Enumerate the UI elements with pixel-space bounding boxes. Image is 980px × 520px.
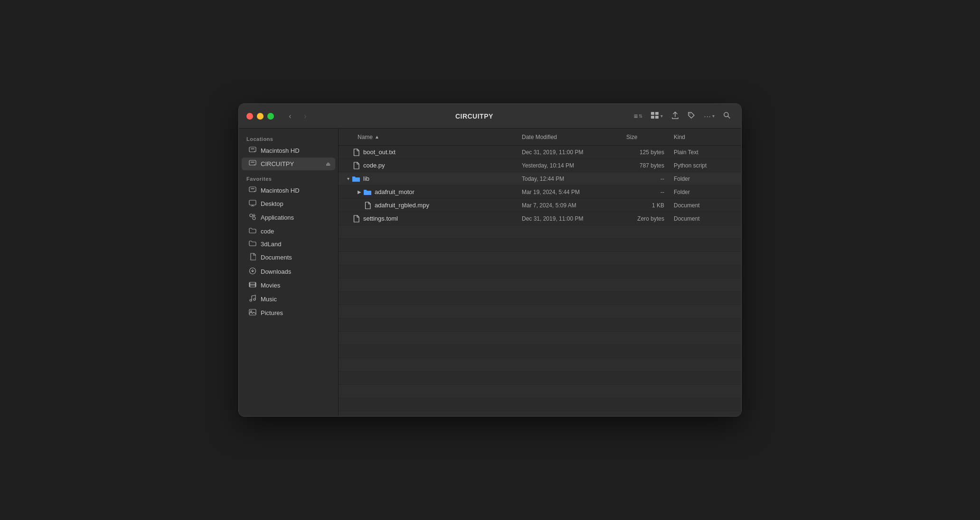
expand-arrow-lib[interactable]: ▾ [344, 176, 352, 181]
col-date-header[interactable]: Date Modified [518, 134, 622, 140]
svg-point-15 [254, 191, 255, 192]
toolbar-right: ≡ ⇅ ▾ [631, 109, 734, 123]
sidebar-item-3dland[interactable]: 3dLand [242, 238, 335, 250]
sidebar-pictures-label: Pictures [261, 309, 330, 316]
file-size-code-py: 787 bytes [622, 162, 670, 169]
tag-button[interactable] [685, 110, 698, 122]
svg-rect-13 [249, 187, 256, 192]
folder-icon-lib [352, 175, 360, 183]
sidebar-item-pictures[interactable]: Pictures [242, 306, 335, 319]
sidebar-macintosh-hd-fav-label: Macintosh HD [261, 187, 330, 194]
minimize-button[interactable] [257, 113, 264, 120]
share-icon [671, 111, 679, 121]
expand-arrow-motor[interactable]: ▶ [356, 189, 363, 195]
file-date-adafruit-motor: Mar 19, 2024, 5:44 PM [518, 189, 622, 195]
maximize-button[interactable] [267, 113, 274, 120]
eject-icon[interactable]: ⏏ [326, 161, 330, 167]
col-name-label: Name [358, 134, 373, 140]
locations-section: Locations Macintosh HD [239, 134, 338, 170]
list-view-button[interactable]: ≡ ⇅ [631, 110, 646, 122]
sidebar-item-downloads[interactable]: Downloads [242, 265, 335, 279]
col-size-header[interactable]: Size [622, 134, 670, 140]
svg-point-32 [251, 311, 252, 312]
more-chevron-icon: ▾ [712, 113, 715, 119]
file-size-lib: -- [622, 176, 670, 182]
movies-icon [248, 281, 257, 289]
grid-view-button[interactable]: ▾ [648, 110, 666, 122]
sidebar-item-code[interactable]: code [242, 225, 335, 237]
sidebar-macintosh-hd-label: Macintosh HD [261, 147, 330, 154]
drive-icon-3 [248, 186, 257, 195]
col-name-header[interactable]: Name ▲ [339, 134, 518, 140]
file-row-lib[interactable]: ▾ lib Today, 12:44 PM -- Folder [339, 172, 741, 186]
sidebar-music-label: Music [261, 296, 330, 303]
empty-row-15 [339, 411, 741, 416]
empty-row-1 [339, 225, 741, 239]
file-icon-rgbled [363, 201, 372, 210]
file-size-boot-out: 125 bytes [622, 149, 670, 156]
file-date-code-py: Yesterday, 10:14 PM [518, 162, 622, 169]
svg-point-29 [250, 299, 252, 301]
file-row-boot-out[interactable]: boot_out.txt Dec 31, 2019, 11:00 PM 125 … [339, 146, 741, 159]
file-date-boot-out: Dec 31, 2019, 11:00 PM [518, 149, 622, 156]
file-row-settings-toml[interactable]: settings.toml Dec 31, 2019, 11:00 PM Zer… [339, 212, 741, 225]
back-button[interactable]: ‹ [283, 110, 297, 123]
sidebar-item-macintosh-hd-fav[interactable]: Macintosh HD [242, 184, 335, 197]
folder-icon-code [248, 227, 257, 235]
close-button[interactable] [246, 113, 253, 120]
empty-row-4 [339, 265, 741, 279]
empty-row-6 [339, 292, 741, 305]
svg-point-30 [254, 298, 255, 300]
col-date-label: Date Modified [522, 134, 557, 140]
downloads-icon [248, 267, 257, 276]
desktop-icon [248, 200, 257, 208]
search-button[interactable] [720, 110, 734, 122]
file-kind-settings-toml: Document [670, 215, 741, 222]
favorites-section: Favorites Macintosh HD [239, 174, 338, 319]
sidebar-item-macintosh-hd[interactable]: Macintosh HD [242, 144, 335, 157]
svg-rect-25 [249, 282, 250, 287]
svg-rect-10 [249, 160, 256, 165]
share-button[interactable] [669, 109, 682, 123]
file-size-adafruit-motor: -- [622, 189, 670, 195]
empty-row-2 [339, 239, 741, 252]
sidebar-item-music[interactable]: Music [242, 292, 335, 306]
grid-chevron-icon: ▾ [660, 113, 663, 119]
sidebar-item-circuitpy[interactable]: CIRCUITPY ⏏ [242, 158, 335, 170]
svg-rect-14 [251, 188, 254, 189]
svg-point-19 [250, 214, 253, 217]
file-name-settings-toml: settings.toml [363, 215, 518, 222]
empty-row-9 [339, 332, 741, 345]
col-kind-header[interactable]: Kind [670, 134, 741, 140]
forward-button[interactable]: › [299, 110, 312, 123]
more-button[interactable]: ··· ▾ [701, 110, 717, 122]
sidebar-desktop-label: Desktop [261, 200, 330, 207]
empty-row-8 [339, 318, 741, 332]
file-name-adafruit-rgbled: adafruit_rgbled.mpy [375, 202, 518, 209]
file-icon-boot-out [352, 148, 360, 157]
file-kind-code-py: Python script [670, 162, 741, 169]
sidebar-item-movies[interactable]: Movies [242, 279, 335, 292]
file-row-adafruit-motor[interactable]: ▶ adafruit_motor Mar 19, 2024, 5:44 PM -… [339, 186, 741, 199]
empty-row-3 [339, 252, 741, 265]
svg-rect-0 [651, 112, 654, 115]
main-content: Locations Macintosh HD [239, 129, 741, 416]
file-row-code-py[interactable]: code.py Yesterday, 10:14 PM 787 bytes Py… [339, 159, 741, 172]
sidebar-item-documents[interactable]: Documents [242, 251, 335, 264]
svg-line-6 [728, 116, 730, 118]
list-view-sort-icon: ⇅ [639, 113, 642, 119]
drive-icon [248, 147, 257, 155]
list-view-icon: ≡ [634, 112, 638, 120]
sidebar-item-applications[interactable]: Applications [242, 211, 335, 224]
titlebar: ‹ › CIRCUITPY ≡ ⇅ ▾ [239, 104, 741, 129]
file-pane: Name ▲ Date Modified Size Kind [339, 129, 741, 416]
empty-row-14 [339, 398, 741, 411]
file-size-settings-toml: Zero bytes [622, 215, 670, 222]
file-row-adafruit-rgbled[interactable]: adafruit_rgbled.mpy Mar 7, 2024, 5:09 AM… [339, 199, 741, 212]
sidebar-item-desktop[interactable]: Desktop [242, 197, 335, 210]
finder-window: ‹ › CIRCUITPY ≡ ⇅ ▾ [238, 103, 742, 417]
file-date-settings-toml: Dec 31, 2019, 11:00 PM [518, 215, 622, 222]
file-icon-settings-toml [352, 214, 360, 223]
folder-icon-motor [363, 188, 372, 196]
sidebar-applications-label: Applications [261, 214, 330, 221]
